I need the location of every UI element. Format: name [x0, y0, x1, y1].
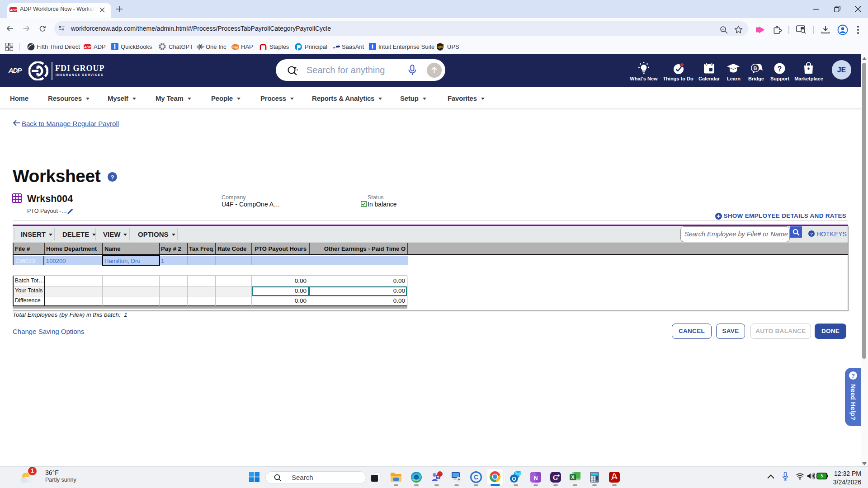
svg-text:hap: hap	[232, 46, 238, 49]
svg-text:?: ?	[851, 372, 855, 379]
svg-text:?: ?	[778, 65, 782, 73]
svg-text:?: ?	[110, 174, 114, 181]
svg-text:O: O	[512, 476, 516, 482]
svg-text:N: N	[533, 474, 538, 481]
svg-text:ADP: ADP	[8, 66, 23, 74]
svg-text:B: B	[754, 66, 757, 71]
svg-text:ups: ups	[438, 45, 443, 49]
svg-text:C: C	[474, 474, 478, 481]
svg-text:G: G	[553, 474, 558, 481]
svg-text:ADP: ADP	[84, 46, 91, 49]
svg-text:X: X	[571, 474, 575, 480]
svg-text:?: ?	[810, 232, 813, 236]
svg-text:ADP: ADP	[9, 9, 17, 12]
